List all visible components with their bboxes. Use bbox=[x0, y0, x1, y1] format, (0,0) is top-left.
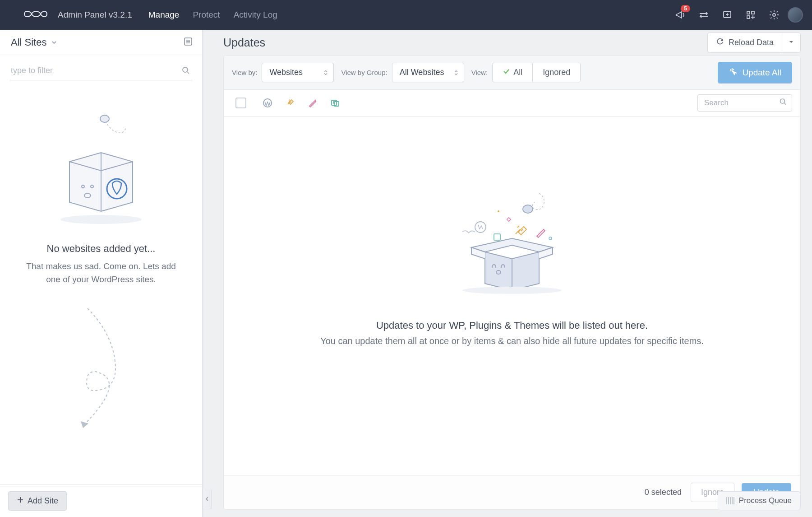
empty-box-illustration bbox=[47, 107, 155, 225]
svg-point-6 bbox=[183, 67, 188, 72]
notifications-badge: 5 bbox=[681, 5, 690, 12]
update-click-icon bbox=[729, 67, 738, 78]
panel-empty-title: Updates to your WP, Plugins & Themes wil… bbox=[376, 320, 648, 331]
selected-count: 0 selected bbox=[645, 488, 682, 497]
announcements-icon[interactable]: 5 bbox=[675, 9, 686, 20]
toolbar-row bbox=[224, 90, 800, 116]
sidebar-title[interactable]: All Sites bbox=[11, 37, 57, 48]
view-segment-group: All Ignored bbox=[492, 63, 581, 82]
view-by-select[interactable]: Websites bbox=[262, 63, 334, 82]
segment-ignored-label: Ignored bbox=[543, 68, 570, 77]
view-by-value: Websites bbox=[269, 68, 303, 77]
view-by-group-select[interactable]: All Websites bbox=[392, 63, 464, 82]
search-icon bbox=[181, 66, 190, 77]
view-segment-ignored[interactable]: Ignored bbox=[532, 63, 580, 82]
plugins-filter-icon[interactable] bbox=[285, 98, 295, 108]
queue-bars-icon bbox=[726, 497, 734, 504]
svg-point-16 bbox=[780, 99, 785, 103]
add-site-button[interactable]: Add Site bbox=[8, 491, 67, 511]
sync-icon[interactable] bbox=[698, 9, 709, 20]
svg-point-20 bbox=[498, 210, 499, 212]
search-input[interactable] bbox=[704, 98, 775, 107]
apps-icon[interactable] bbox=[745, 9, 756, 20]
sidebar-title-label: All Sites bbox=[11, 37, 46, 48]
plus-icon bbox=[17, 496, 24, 506]
process-queue-label: Process Queue bbox=[739, 496, 792, 505]
translations-filter-icon[interactable] bbox=[330, 98, 340, 108]
open-box-illustration bbox=[449, 184, 575, 297]
view-segment-all[interactable]: All bbox=[493, 63, 532, 82]
settings-icon[interactable] bbox=[769, 9, 780, 20]
page-title: Updates bbox=[223, 36, 265, 49]
content-header: Updates Reload Data bbox=[223, 30, 801, 55]
svg-rect-1 bbox=[747, 11, 750, 14]
reload-icon bbox=[716, 37, 724, 48]
wordpress-filter-icon[interactable] bbox=[263, 98, 272, 108]
view-by-label: View by: bbox=[232, 69, 257, 76]
sidebar-filter bbox=[0, 55, 202, 80]
topbar-icons: 5 bbox=[675, 9, 780, 20]
view-by-group-label: View by Group: bbox=[341, 69, 387, 76]
view-by-group-value: All Websites bbox=[400, 68, 444, 77]
sidebar-empty-state: No websites added yet... That makes us s… bbox=[0, 80, 202, 484]
app-title: Admin Panel v3.2.1 bbox=[58, 10, 132, 20]
logo-icon bbox=[22, 7, 50, 23]
select-caret-icon bbox=[323, 70, 328, 75]
svg-point-7 bbox=[100, 115, 109, 122]
themes-filter-icon[interactable] bbox=[308, 98, 318, 108]
filter-bar: View by: Websites View by Group: All Web… bbox=[224, 56, 800, 90]
dashed-arrow-illustration bbox=[56, 304, 146, 435]
collapse-sidebar-button[interactable] bbox=[203, 489, 212, 509]
update-all-label: Update All bbox=[742, 68, 781, 78]
sidebar-list-icon[interactable] bbox=[183, 37, 193, 48]
sidebar-header: All Sites bbox=[0, 30, 202, 55]
sidebar-footer: Add Site bbox=[0, 484, 202, 517]
panel-footer: 0 selected Ignore Update bbox=[224, 475, 800, 509]
search-icon bbox=[779, 98, 787, 108]
sidebar-empty-text: That makes us sad. Come on. Lets add one… bbox=[14, 260, 189, 286]
svg-point-24 bbox=[462, 287, 562, 294]
segment-all-label: All bbox=[513, 68, 522, 77]
sidebar: All Sites bbox=[0, 30, 203, 517]
avatar[interactable] bbox=[788, 7, 803, 23]
topbar: Admin Panel v3.2.1 Manage Protect Activi… bbox=[0, 0, 812, 30]
sidebar-empty-title: No websites added yet... bbox=[14, 243, 189, 255]
updates-panel: View by: Websites View by Group: All Web… bbox=[223, 55, 801, 510]
panel-empty-text: You can update them all at once or by it… bbox=[320, 336, 704, 346]
select-caret-icon bbox=[454, 70, 458, 75]
feedback-icon[interactable] bbox=[722, 9, 733, 20]
add-site-label: Add Site bbox=[28, 496, 58, 506]
svg-point-21 bbox=[549, 237, 552, 240]
nav-tab-protect[interactable]: Protect bbox=[193, 10, 220, 20]
reload-data-button: Reload Data bbox=[707, 33, 801, 53]
reload-caret-button[interactable] bbox=[782, 34, 800, 51]
chevron-down-icon bbox=[51, 37, 57, 48]
svg-point-4 bbox=[773, 14, 775, 16]
svg-rect-22 bbox=[507, 218, 511, 221]
check-icon bbox=[503, 68, 510, 77]
nav-tab-manage[interactable]: Manage bbox=[148, 10, 180, 20]
search-box bbox=[697, 94, 792, 112]
nav-tab-activity[interactable]: Activity Log bbox=[234, 10, 277, 20]
content: Updates Reload Data View by: Websites bbox=[212, 30, 812, 517]
select-all-checkbox[interactable] bbox=[235, 98, 246, 108]
svg-point-12 bbox=[60, 215, 142, 224]
reload-data-main[interactable]: Reload Data bbox=[708, 33, 782, 52]
svg-rect-19 bbox=[494, 234, 500, 240]
process-queue-button[interactable]: Process Queue bbox=[718, 491, 800, 510]
update-all-button[interactable]: Update All bbox=[718, 62, 792, 83]
svg-rect-3 bbox=[747, 16, 750, 19]
filter-input[interactable] bbox=[10, 61, 192, 80]
svg-point-17 bbox=[523, 205, 533, 213]
reload-label: Reload Data bbox=[729, 38, 774, 47]
panel-empty-state: Updates to your WP, Plugins & Themes wil… bbox=[224, 116, 800, 475]
svg-rect-2 bbox=[752, 11, 754, 14]
view-label: View: bbox=[471, 69, 488, 76]
nav-tabs: Manage Protect Activity Log bbox=[148, 10, 277, 20]
